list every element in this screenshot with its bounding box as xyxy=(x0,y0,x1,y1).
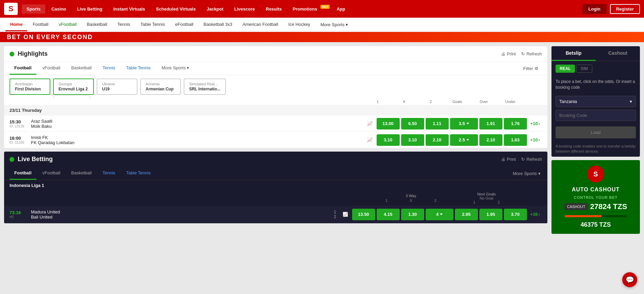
tab-basketball[interactable]: Basketball xyxy=(66,62,96,75)
second-nav-tennis[interactable]: Tennis xyxy=(113,18,135,31)
live-panel-header: Live Betting 🖨 Print ↻ Refresh xyxy=(4,152,547,167)
more-odds-button[interactable]: +10 › xyxy=(528,136,542,144)
match-row: 15:30 ID: 13136 Araz Saatli Moik Baku 📈 … xyxy=(4,116,547,132)
country-selector[interactable]: Tanzania ▾ xyxy=(556,96,636,107)
tab-vfootball[interactable]: vFootball xyxy=(38,62,65,75)
print-icon: 🖨 xyxy=(501,157,506,162)
banner-text: BET ON EVERY SECOND xyxy=(7,34,93,41)
nav-livescore[interactable]: Livescore xyxy=(230,4,260,14)
nav-app[interactable]: App xyxy=(332,4,350,14)
auto-cashout-banner[interactable]: S AUTO CASHOUT CONTROL YOUR BET CASHOUT … xyxy=(551,160,640,234)
second-nav-american-football[interactable]: American Football xyxy=(238,18,283,31)
betslip-tab-betslip[interactable]: Betslip xyxy=(551,46,596,61)
live-odd-x[interactable]: 4.15 xyxy=(377,209,400,220)
chevron-down-icon: ▾ xyxy=(187,65,189,70)
league-tab-azerbaijan[interactable]: Azerbaijan First Division xyxy=(10,79,50,95)
live-odd-goals[interactable]: 4 xyxy=(426,209,453,220)
live-tab-more-sports[interactable]: More Sports ▾ xyxy=(511,168,542,179)
betslip-tab-cashout[interactable]: Cashout xyxy=(596,46,640,61)
live-panel-actions: 🖨 Print ↻ Refresh xyxy=(501,157,542,162)
second-nav-basketball[interactable]: Basketball xyxy=(82,18,112,31)
live-tab-vfootball[interactable]: vFootball xyxy=(38,167,65,180)
sim-button[interactable]: SIM xyxy=(576,65,592,73)
live-betting-tabs: Football vFootball Basketball Tennis Tab… xyxy=(4,167,547,180)
odd-2[interactable]: 1.11 xyxy=(426,118,449,129)
second-nav-basketball3x3[interactable]: Basketball 3x3 xyxy=(199,18,237,31)
nav-jackpot[interactable]: Jackpot xyxy=(202,4,228,14)
match-chart-icon[interactable]: 📈 xyxy=(366,120,374,128)
filter-icon: ⚙ xyxy=(534,66,539,71)
live-odd-under[interactable]: 1.95 xyxy=(479,209,502,220)
live-odd-over[interactable]: 2.95 xyxy=(455,209,478,220)
refresh-button[interactable]: ↻ Refresh xyxy=(521,51,542,56)
second-nav-efootball[interactable]: eFootball xyxy=(170,18,198,31)
nav-sports[interactable]: Sports xyxy=(22,4,45,14)
booking-code-input[interactable] xyxy=(556,110,636,121)
live-tab-tennis[interactable]: Tennis xyxy=(98,167,120,180)
odd-over[interactable]: 2.10 xyxy=(479,134,502,146)
tab-football[interactable]: Football xyxy=(10,62,36,75)
tab-more-sports[interactable]: More Sports ▾ xyxy=(157,62,194,75)
highlights-panel: Highlights 🖨 Print ↻ Refresh Football vF… xyxy=(4,46,547,148)
second-nav-more-sports[interactable]: More Sports ▾ xyxy=(316,19,353,31)
chevron-right-icon: › xyxy=(539,137,540,142)
odd-under[interactable]: 1.76 xyxy=(504,118,527,129)
odd-over[interactable]: 1.91 xyxy=(479,118,502,129)
live-match-row: 73:16 H2 Madura United Bali United 1 2 📈… xyxy=(4,206,547,223)
odd-x[interactable]: 3.10 xyxy=(401,134,424,146)
odd-x[interactable]: 6.50 xyxy=(401,118,424,129)
arrow-down-icon xyxy=(440,213,443,215)
nav-instant-virtuals[interactable]: Instant Virtuals xyxy=(109,4,150,14)
betslip-panel: Betslip Cashout REAL SIM To place a bet,… xyxy=(551,46,640,157)
chevron-right-icon: › xyxy=(539,121,540,126)
brand-logo[interactable]: S xyxy=(4,3,18,15)
match-chart-icon[interactable]: 📈 xyxy=(366,136,374,144)
more-odds-button[interactable]: +10 › xyxy=(528,120,542,127)
nav-promotions[interactable]: Promotions xyxy=(288,4,322,14)
load-button[interactable]: Load xyxy=(556,126,636,138)
second-nav-ice-hockey[interactable]: Ice Hockey xyxy=(284,18,315,31)
odd-under[interactable]: 1.63 xyxy=(504,134,527,146)
nav-casino[interactable]: Casino xyxy=(47,4,71,14)
live-odd-2[interactable]: 1.30 xyxy=(401,209,424,220)
nav-live-betting[interactable]: Live Betting xyxy=(72,4,107,14)
live-print-button[interactable]: 🖨 Print xyxy=(501,157,516,162)
odd-goals[interactable]: 2.5 xyxy=(450,134,478,146)
odd-goals[interactable]: 3.5 xyxy=(450,118,478,129)
league-tab-srl[interactable]: Simulated Real... SRL Internatio... xyxy=(184,79,226,95)
second-nav-vfootball[interactable]: vFootball xyxy=(54,18,81,31)
live-odd-1[interactable]: 13.50 xyxy=(352,209,375,220)
real-button[interactable]: REAL xyxy=(556,65,575,73)
live-more-odds-button[interactable]: +38 › xyxy=(528,210,542,218)
odd-1[interactable]: 3.10 xyxy=(377,134,400,146)
date-section: 23/11 Thursday xyxy=(4,105,547,116)
odd-2[interactable]: 2.10 xyxy=(426,134,449,146)
nav-scheduled-virtuals[interactable]: Scheduled Virtuals xyxy=(151,4,201,14)
live-match-time: 73:16 H2 xyxy=(10,210,28,219)
league-tab-ukraine[interactable]: Ukraine U19 xyxy=(97,79,137,95)
tab-tabletennis[interactable]: Table Tennis xyxy=(121,62,155,75)
live-odd-under2[interactable]: 3.70 xyxy=(504,209,527,220)
league-tab-armenia[interactable]: Armenia Armenian Cup xyxy=(140,79,181,95)
refresh-icon: ↻ xyxy=(521,51,525,56)
live-chart-icon[interactable]: 📈 xyxy=(341,210,349,219)
live-tab-tabletennis[interactable]: Table Tennis xyxy=(121,167,155,180)
login-button[interactable]: Login xyxy=(582,4,607,14)
odd-1[interactable]: 13.00 xyxy=(377,118,400,129)
booking-code-field[interactable] xyxy=(559,113,632,118)
country-dropdown[interactable]: Tanzania xyxy=(559,99,630,104)
league-tab-georgia[interactable]: Georgia Erovnuli Liga 2 Georgia Erovnuli… xyxy=(53,79,94,95)
second-nav-home[interactable]: Home xyxy=(5,18,27,31)
second-navigation: Home Football vFootball Basketball Tenni… xyxy=(0,18,644,32)
tab-tennis[interactable]: Tennis xyxy=(98,62,120,75)
second-nav-football[interactable]: Football xyxy=(28,18,53,31)
register-button[interactable]: Register xyxy=(610,4,640,14)
second-nav-tabletennis[interactable]: Table Tennis xyxy=(136,18,170,31)
live-refresh-button[interactable]: ↻ Refresh xyxy=(521,157,542,162)
print-button[interactable]: 🖨 Print xyxy=(501,51,516,56)
live-tab-basketball[interactable]: Basketball xyxy=(66,167,96,180)
nav-results[interactable]: Results xyxy=(261,4,286,14)
cashout-progress-bar xyxy=(565,215,627,217)
filter-button[interactable]: Filter ⚙ xyxy=(520,63,542,74)
live-tab-football[interactable]: Football xyxy=(10,167,36,180)
